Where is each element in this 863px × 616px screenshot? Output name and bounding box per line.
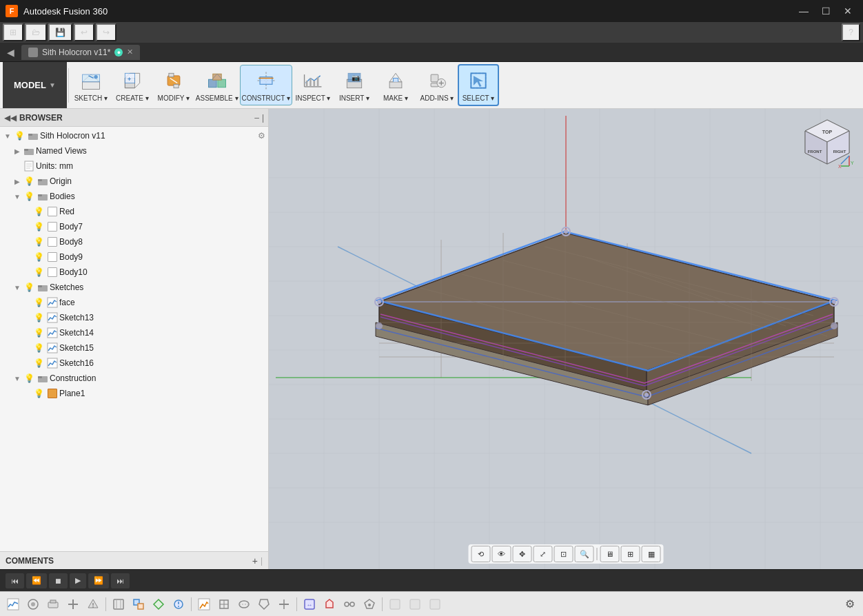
- tree-expand-origin[interactable]: ▶: [12, 176, 22, 186]
- open-menu-button[interactable]: 🗁: [25, 23, 47, 41]
- tree-bulb-body7: 💡: [33, 221, 44, 232]
- close-button[interactable]: ✕: [838, 3, 857, 19]
- bt-sketch-button[interactable]: [4, 595, 22, 613]
- toolbar-insert-group[interactable]: 📷 INSERT ▾: [334, 65, 375, 105]
- tree-item-body8[interactable]: 💡 Body8: [0, 234, 268, 249]
- bt-icon14-button[interactable]: [275, 595, 293, 613]
- zoom-button[interactable]: ⤢: [534, 546, 553, 562]
- bt-icon15-button[interactable]: ↔: [301, 595, 318, 613]
- minimize-button[interactable]: —: [794, 3, 813, 19]
- tree-expand-bodies[interactable]: ▼: [12, 192, 22, 201]
- construct-icon: [254, 68, 278, 93]
- svg-marker-155: [154, 599, 163, 609]
- tree-item-face[interactable]: 💡 face: [0, 295, 268, 310]
- playback-end-button[interactable]: ⏭: [111, 573, 130, 588]
- browser-expand-icon[interactable]: |: [262, 113, 264, 123]
- toolbar-modify-group[interactable]: MODIFY ▾: [153, 65, 194, 105]
- bt-icon2-button[interactable]: [24, 595, 42, 613]
- bt-icon8-button[interactable]: [150, 595, 167, 613]
- bt-icon11-button[interactable]: [215, 595, 233, 613]
- tree-item-construction[interactable]: ▼ 💡 Construction: [0, 371, 268, 386]
- toolbar-select-group[interactable]: SELECT ▾: [458, 64, 499, 106]
- tree-item-sketch14[interactable]: 💡 Sketch14: [0, 325, 268, 340]
- playback-next-button[interactable]: ⏩: [88, 573, 109, 588]
- tree-expand-named-views[interactable]: ▶: [12, 146, 22, 156]
- toolbar-construct-group[interactable]: CONSTRUCT ▾: [240, 65, 292, 105]
- grid-button[interactable]: ⊞: [621, 546, 640, 562]
- tree-label-sketch16: Sketch16: [59, 358, 265, 368]
- toolbar-sketch-group[interactable]: SKETCH ▾: [70, 65, 112, 105]
- pan-button[interactable]: ✥: [513, 546, 532, 562]
- tree-item-bodies[interactable]: ▼ 💡 Bodies: [0, 189, 268, 204]
- bt-icon18-button[interactable]: [361, 595, 378, 613]
- tab-sith-holocron[interactable]: Sith Holocron v11* ● ✕: [21, 45, 140, 60]
- bt-icon5-button[interactable]: [84, 595, 102, 613]
- viewport[interactable]: TOP FRONT RIGHT X Y ⟲ 👁 ✥ ⤢ ⊡ 🔍: [269, 109, 863, 569]
- svg-marker-42: [474, 76, 483, 87]
- tree-item-plane1[interactable]: 💡 Plane1: [0, 386, 268, 401]
- tree-item-origin[interactable]: ▶ 💡 Origin: [0, 174, 268, 189]
- redo-button[interactable]: ↪: [96, 23, 116, 41]
- svg-rect-62: [48, 358, 57, 368]
- svg-point-119: [564, 229, 568, 234]
- maximize-button[interactable]: ☐: [816, 3, 835, 19]
- playback-prev-button[interactable]: ⏪: [26, 573, 47, 588]
- tree-item-red[interactable]: 💡 Red: [0, 204, 268, 219]
- browser-collapse-icon[interactable]: –: [254, 113, 259, 123]
- help-button[interactable]: ?: [842, 23, 860, 41]
- bt-icon6-button[interactable]: [110, 595, 128, 613]
- mode-selector[interactable]: MODEL ▼: [3, 62, 67, 108]
- bt-icon3-button[interactable]: [44, 595, 62, 613]
- tree-expand-sketch14: [22, 328, 32, 338]
- comments-add-button[interactable]: +: [252, 555, 258, 566]
- tree-item-named-views[interactable]: ▶ Named Views: [0, 143, 268, 158]
- svg-text:RIGHT: RIGHT: [833, 150, 846, 154]
- look-at-button[interactable]: 👁: [492, 546, 511, 562]
- nav-cube[interactable]: TOP FRONT RIGHT X Y: [800, 114, 855, 170]
- undo-button[interactable]: ↩: [74, 23, 94, 41]
- toolbar-inspect-group[interactable]: INSPECT ▾: [292, 65, 334, 105]
- svg-text:FRONT: FRONT: [808, 150, 822, 154]
- browser-back-button[interactable]: ◀◀: [4, 113, 17, 123]
- fit-button[interactable]: ⊡: [554, 546, 573, 562]
- bt-icon9-button[interactable]: [170, 595, 187, 613]
- tree-item-sketches[interactable]: ▼ 💡 Sketches: [0, 280, 268, 295]
- tree-item-sketch16[interactable]: 💡 Sketch16: [0, 356, 268, 371]
- playback-play-button[interactable]: ▶: [70, 573, 86, 588]
- playback-stop-button[interactable]: ⏹: [49, 573, 68, 588]
- bt-icon12-button[interactable]: [235, 595, 253, 613]
- bt-icon4-button[interactable]: [64, 595, 82, 613]
- tree-item-sketch13[interactable]: 💡 Sketch13: [0, 310, 268, 325]
- toolbar-create-group[interactable]: + CREATE ▾: [112, 65, 153, 105]
- settings-gear-button[interactable]: ⚙: [841, 595, 859, 613]
- save-button[interactable]: 💾: [48, 23, 72, 41]
- bt-icon10-button[interactable]: [195, 595, 213, 613]
- orbit-button[interactable]: ⟲: [471, 546, 491, 562]
- toolbar-addins-group[interactable]: ADD-INS ▾: [416, 65, 458, 105]
- status-bar-left: ⏮ ⏪ ⏹ ▶ ⏩ ⏭: [6, 573, 857, 588]
- tree-expand-root[interactable]: ▼: [3, 131, 12, 141]
- bt-icon13-button[interactable]: [255, 595, 273, 613]
- tree-item-body7[interactable]: 💡 Body7: [0, 219, 268, 234]
- tab-nav-left[interactable]: ◀: [3, 45, 19, 59]
- bt-icon7-button[interactable]: [130, 595, 148, 613]
- bt-icon17-button[interactable]: [341, 595, 358, 613]
- tree-expand-sketches[interactable]: ▼: [12, 283, 22, 292]
- toolbar-make-group[interactable]: MAKE ▾: [375, 65, 416, 105]
- tree-item-body10[interactable]: 💡 Body10: [0, 265, 268, 280]
- apps-grid-button[interactable]: ⊞: [3, 23, 23, 41]
- zoom-window-button[interactable]: 🔍: [575, 546, 594, 562]
- playback-start-button[interactable]: ⏮: [6, 573, 24, 588]
- display-settings-button[interactable]: 🖥: [600, 546, 620, 562]
- toolbar-assemble-group[interactable]: ASSEMBLE ▾: [194, 65, 240, 105]
- tree-expand-construction[interactable]: ▼: [12, 373, 22, 383]
- modify-icon: [161, 68, 186, 93]
- tree-item-root[interactable]: ▼ 💡 Sith Holocron v11 ⚙: [0, 128, 268, 143]
- bt-icon16-button[interactable]: [321, 595, 338, 613]
- tab-close-button[interactable]: ✕: [127, 48, 133, 57]
- tree-item-body9[interactable]: 💡 Body9: [0, 249, 268, 265]
- display-mode-button[interactable]: ▦: [642, 546, 661, 562]
- tree-item-sketch15[interactable]: 💡 Sketch15: [0, 340, 268, 356]
- tree-item-units[interactable]: Units: mm: [0, 158, 268, 174]
- tree-bulb-sketch16: 💡: [33, 358, 44, 369]
